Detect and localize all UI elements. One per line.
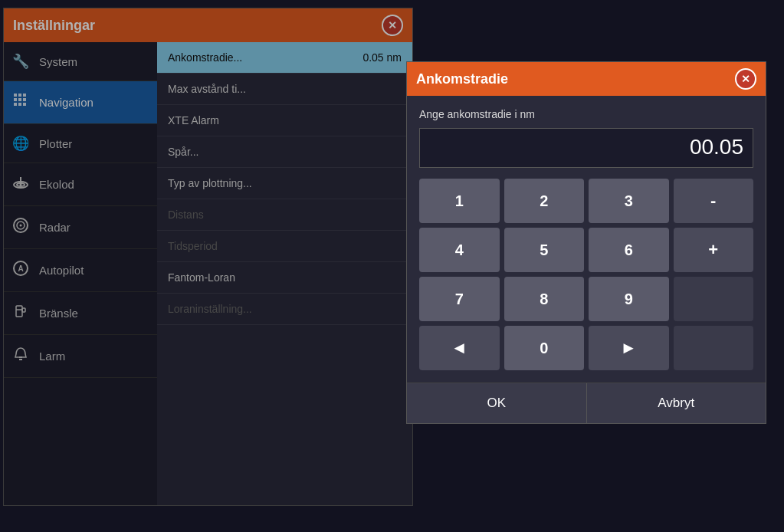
key-5[interactable]: 5 [504,228,585,272]
keypad: 1 2 3 - 4 5 6 + 7 8 9 ◄ 0 ► [419,179,753,370]
dialog-footer: OK Avbryt [407,383,766,423]
dialog-close-button[interactable]: ✕ [735,68,756,90]
dialog-input-display: 00.05 [419,128,753,168]
key-left-arrow[interactable]: ◄ [419,326,500,370]
key-4[interactable]: 4 [419,228,500,272]
key-0[interactable]: 0 [504,326,585,370]
dialog-title: Ankomstradie [416,71,508,87]
dialog-titlebar: Ankomstradie ✕ [407,62,766,96]
key-plus[interactable]: + [674,228,754,272]
cancel-button[interactable]: Avbryt [587,383,766,423]
key-1[interactable]: 1 [419,179,500,223]
key-2[interactable]: 2 [504,179,585,223]
dialog-body: Ange ankomstradie i nm 00.05 1 2 3 - 4 5… [407,96,766,383]
dialog-description: Ange ankomstradie i nm [419,108,753,120]
key-9[interactable]: 9 [589,277,669,321]
key-empty-r4 [674,326,754,370]
key-empty-r3 [674,277,754,321]
key-6[interactable]: 6 [589,228,669,272]
key-8[interactable]: 8 [504,277,585,321]
key-7[interactable]: 7 [419,277,500,321]
ok-button[interactable]: OK [407,383,587,423]
key-minus[interactable]: - [674,179,754,223]
ankomstradie-dialog: Ankomstradie ✕ Ange ankomstradie i nm 00… [406,61,766,424]
key-right-arrow[interactable]: ► [589,326,669,370]
key-3[interactable]: 3 [589,179,669,223]
